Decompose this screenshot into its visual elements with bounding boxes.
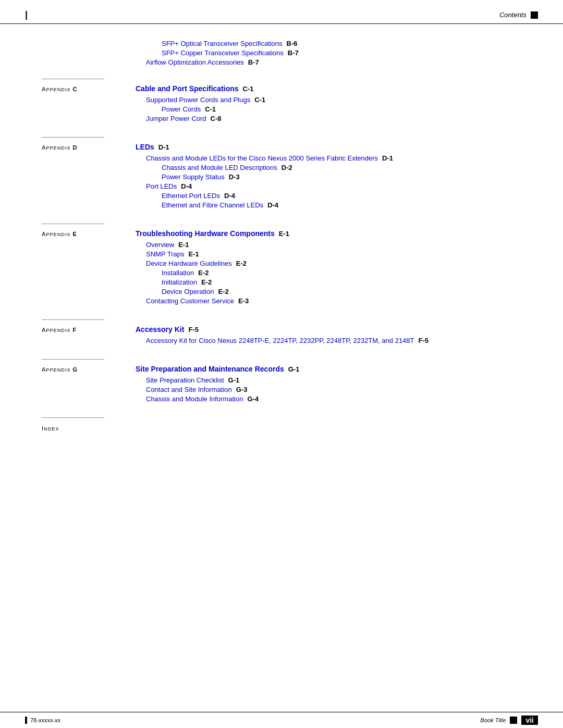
- appendix-c-title[interactable]: Cable and Port Specifications: [136, 84, 239, 93]
- appendix-g-divider: [42, 359, 104, 360]
- installation-page: E-2: [198, 269, 209, 277]
- list-item: Device Hardware Guidelines E-2: [42, 260, 521, 267]
- device-operation-link[interactable]: Device Operation: [162, 288, 214, 295]
- appendix-g-section: APPENDIX G Site Preparation and Maintena…: [42, 359, 521, 403]
- appendix-d-page: D-1: [158, 143, 169, 151]
- footer-left: 78-xxxxx-xx: [25, 717, 60, 724]
- appendix-f-divider: [42, 319, 104, 320]
- snmp-traps-page: E-1: [188, 250, 199, 258]
- list-item: Ethernet Port LEDs D-4: [42, 192, 521, 200]
- pre-entries: SFP+ Optical Transceiver Specifications …: [42, 40, 521, 66]
- power-cords-link[interactable]: Power Cords: [162, 105, 201, 113]
- installation-link[interactable]: Installation: [162, 269, 194, 277]
- accessory-kit-cisco-page: F-5: [419, 337, 429, 344]
- airflow-link[interactable]: Airflow Optimization Accessories: [146, 58, 244, 66]
- appendix-g-page: G-1: [288, 365, 300, 373]
- snmp-traps-link[interactable]: SNMP Traps: [146, 250, 184, 258]
- supported-power-cords-page: C-1: [254, 96, 265, 104]
- appendix-f-label: APPENDIX F: [42, 327, 136, 333]
- sfp-copper-page: B-7: [288, 49, 299, 57]
- overview-page: E-1: [178, 241, 189, 249]
- site-prep-checklist-link[interactable]: Site Preparation Checklist: [146, 376, 224, 384]
- initialization-page: E-2: [201, 278, 212, 286]
- ethernet-fibre-channel-leds-link[interactable]: Ethernet and Fibre Channel LEDs: [162, 201, 263, 209]
- chassis-module-led-desc-link[interactable]: Chassis and Module LED Descriptions: [162, 164, 277, 171]
- appendix-d-divider: [42, 137, 104, 138]
- header-square-icon: [531, 11, 538, 19]
- header-left-marker: |: [25, 9, 28, 20]
- airflow-page: B-7: [248, 58, 259, 66]
- list-item: Power Cords C-1: [42, 105, 521, 113]
- contacting-customer-service-link[interactable]: Contacting Customer Service: [146, 297, 234, 305]
- list-item: Installation E-2: [42, 269, 521, 277]
- appendix-d-title[interactable]: LEDs: [136, 143, 154, 151]
- appendix-e-page: E-1: [279, 230, 289, 238]
- chassis-module-leds-link[interactable]: Chassis and Module LEDs for the Cisco Ne…: [146, 154, 378, 162]
- chassis-module-info-link[interactable]: Chassis and Module Information: [146, 395, 243, 403]
- appendix-e-section: APPENDIX E Troubleshooting Hardware Comp…: [42, 224, 521, 305]
- accessory-kit-cisco-link[interactable]: Accessory Kit for Cisco Nexus 2248TP-E, …: [146, 337, 414, 344]
- toc-content: SFP+ Optical Transceiver Specifications …: [0, 24, 563, 474]
- chassis-module-info-page: G-4: [247, 395, 259, 403]
- list-item: SFP+ Copper Transceiver Specifications B…: [42, 49, 521, 57]
- header-right: Contents: [499, 11, 538, 19]
- supported-power-cords-link[interactable]: Supported Power Cords and Plugs: [146, 96, 250, 104]
- appendix-g-title[interactable]: Site Preparation and Maintenance Records: [136, 365, 284, 373]
- appendix-c-row: APPENDIX C Cable and Port Specifications…: [42, 84, 521, 93]
- power-cords-page: C-1: [205, 105, 216, 113]
- ethernet-port-leds-page: D-4: [224, 192, 235, 200]
- page-header: | Contents: [0, 0, 563, 24]
- list-item: Overview E-1: [42, 241, 521, 249]
- index-divider: [42, 417, 104, 418]
- footer-doc-number: 78-xxxxx-xx: [30, 717, 60, 723]
- contacting-customer-service-page: E-3: [238, 297, 249, 305]
- list-item: Supported Power Cords and Plugs C-1: [42, 96, 521, 104]
- sfp-copper-link[interactable]: SFP+ Copper Transceiver Specifications: [162, 49, 284, 57]
- port-leds-link[interactable]: Port LEDs: [146, 182, 177, 190]
- power-supply-status-page: D-3: [229, 173, 240, 181]
- list-item: SFP+ Optical Transceiver Specifications …: [42, 40, 521, 47]
- appendix-g-row: APPENDIX G Site Preparation and Maintena…: [42, 365, 521, 373]
- contact-site-info-page: G-3: [236, 386, 248, 393]
- list-item: Airflow Optimization Accessories B-7: [42, 58, 521, 66]
- page-footer: 78-xxxxx-xx Book Title vii: [0, 712, 563, 728]
- overview-link[interactable]: Overview: [146, 241, 174, 249]
- index-label: INDEX: [42, 425, 59, 431]
- list-item: Contact and Site Information G-3: [42, 386, 521, 393]
- list-item: Contacting Customer Service E-3: [42, 297, 521, 305]
- appendix-f-title[interactable]: Accessory Kit: [136, 325, 184, 334]
- appendix-e-title[interactable]: Troubleshooting Hardware Components: [136, 229, 275, 238]
- sfp-optical-page: B-6: [287, 40, 298, 47]
- list-item: Jumper Power Cord C-8: [42, 115, 521, 122]
- list-item: Chassis and Module Information G-4: [42, 395, 521, 403]
- list-item: SNMP Traps E-1: [42, 250, 521, 258]
- jumper-power-cord-link[interactable]: Jumper Power Cord: [146, 115, 206, 122]
- initialization-link[interactable]: Initialization: [162, 278, 197, 286]
- device-operation-page: E-2: [218, 288, 228, 295]
- list-item: Power Supply Status D-3: [42, 173, 521, 181]
- list-item: Device Operation E-2: [42, 288, 521, 295]
- appendix-f-section: APPENDIX F Accessory Kit F-5 Accessory K…: [42, 319, 521, 344]
- appendix-c-section: APPENDIX C Cable and Port Specifications…: [42, 79, 521, 122]
- contact-site-info-link[interactable]: Contact and Site Information: [146, 386, 232, 393]
- list-item: Site Preparation Checklist G-1: [42, 376, 521, 384]
- ethernet-port-leds-link[interactable]: Ethernet Port LEDs: [162, 192, 220, 200]
- power-supply-status-link[interactable]: Power Supply Status: [162, 173, 225, 181]
- ethernet-fibre-channel-leds-page: D-4: [267, 201, 278, 209]
- appendix-c-label: APPENDIX C: [42, 86, 136, 92]
- device-hardware-guidelines-link[interactable]: Device Hardware Guidelines: [146, 260, 232, 267]
- appendix-g-label: APPENDIX G: [42, 366, 136, 373]
- site-prep-checklist-page: G-1: [228, 376, 240, 384]
- list-item: Accessory Kit for Cisco Nexus 2248TP-E, …: [42, 337, 521, 344]
- jumper-power-cord-page: C-8: [211, 115, 222, 122]
- device-hardware-guidelines-page: E-2: [236, 260, 247, 267]
- appendix-d-label: APPENDIX D: [42, 144, 136, 151]
- appendix-e-label: APPENDIX E: [42, 231, 136, 237]
- footer-right: Book Title vii: [481, 715, 538, 725]
- list-item: Port LEDs D-4: [42, 182, 521, 190]
- sfp-optical-link[interactable]: SFP+ Optical Transceiver Specifications: [162, 40, 283, 47]
- list-item: Ethernet and Fibre Channel LEDs D-4: [42, 201, 521, 209]
- appendix-d-row: APPENDIX D LEDs D-1: [42, 143, 521, 151]
- appendix-c-page: C-1: [243, 85, 254, 93]
- list-item: Chassis and Module LED Descriptions D-2: [42, 164, 521, 171]
